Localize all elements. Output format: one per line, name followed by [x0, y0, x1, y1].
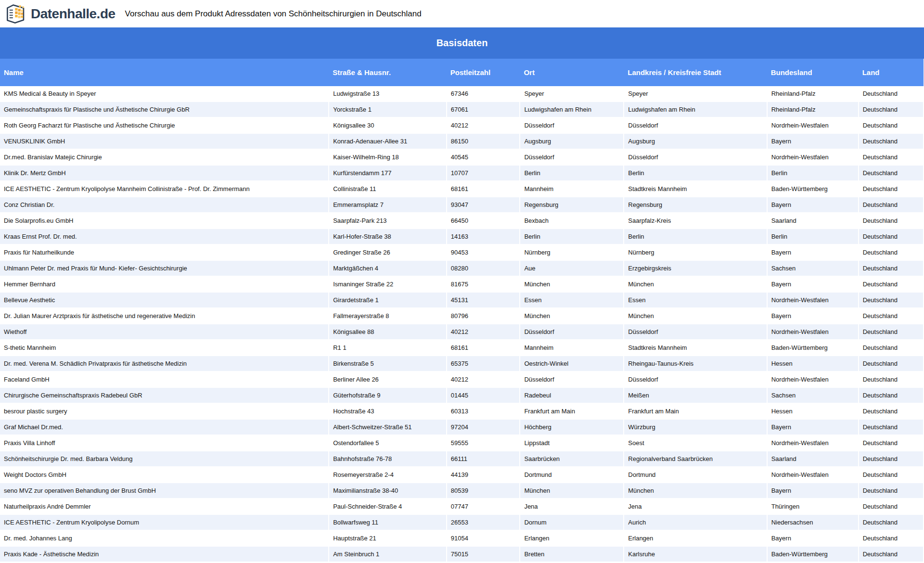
cell: 65375: [447, 356, 520, 371]
cell: Aue: [520, 260, 624, 276]
cell: Regionalverband Saarbrücken: [624, 451, 767, 467]
cell: Girardetstraße 1: [329, 292, 447, 308]
cell: Nürnberg: [520, 244, 624, 260]
cell: Bayern: [767, 308, 859, 324]
cell: Uhlmann Peter Dr. med Praxis für Mund- K…: [0, 260, 329, 276]
cell: 75015: [447, 546, 520, 562]
cell: 40545: [447, 149, 520, 165]
cell: Deutschland: [859, 197, 924, 213]
cell: Bayern: [767, 483, 859, 499]
cell: Deutschland: [859, 133, 924, 149]
cell: 07747: [447, 499, 520, 514]
cell: Dr. Julian Maurer Arztpraxis für ästheti…: [0, 308, 329, 324]
cell: München: [520, 483, 624, 499]
cell: VENUSKLINIK GmbH: [0, 133, 329, 149]
table-row: Kraas Ernst Prof. Dr. med.Karl-Hofer-Str…: [0, 229, 924, 244]
cell: Maximilianstraße 38-40: [329, 483, 447, 499]
table-row: Naturheilpraxis André DemmlerPaul-Schnei…: [0, 499, 924, 514]
table-row: ICE AESTHETIC - Zentrum Kryolipolyse Man…: [0, 181, 924, 197]
cell: R1 1: [329, 340, 447, 356]
page-title: Vorschau aus dem Produkt Adressdaten von…: [125, 9, 422, 19]
cell: 67061: [447, 102, 520, 117]
cell: Baden-Württemberg: [767, 546, 859, 562]
table-row: seno MVZ zur operativen Behandlung der B…: [0, 483, 924, 499]
column-header: Landkreis / Kreisfreie Stadt: [624, 59, 767, 86]
cell: 08280: [447, 260, 520, 276]
table-row: Faceland GmbHBerliner Allee 2640212Düsse…: [0, 371, 924, 387]
cell: Baden-Württemberg: [767, 181, 859, 197]
table-row: S-thetic MannheimR1 168161MannheimStadtk…: [0, 340, 924, 356]
cell: Deutschland: [859, 117, 924, 133]
section-title: Basisdaten: [436, 38, 488, 49]
table-row: VENUSKLINIK GmbHKonrad-Adenauer-Allee 31…: [0, 133, 924, 149]
cell: Klinik Dr. Mertz GmbH: [0, 165, 329, 181]
cell: Berlin: [624, 229, 767, 244]
cell: 44139: [447, 467, 520, 483]
cell: Karl-Hofer-Straße 38: [329, 229, 447, 244]
cell: 80796: [447, 308, 520, 324]
cell: Düsseldorf: [624, 117, 767, 133]
cell: Hochstraße 43: [329, 403, 447, 419]
cell: Mannheim: [520, 340, 624, 356]
table-body: KMS Medical & Beauty in SpeyerLudwigstra…: [0, 86, 924, 562]
cell: Jena: [624, 499, 767, 514]
table-row: Praxis für NaturheilkundeGredinger Straß…: [0, 244, 924, 260]
cell: ICE AESTHETIC - Zentrum Kryolipolyse Man…: [0, 181, 329, 197]
table-row: Dr. med. Johannes LangHauptstraße 219105…: [0, 530, 924, 546]
cell: Nordrhein-Westfalen: [767, 324, 859, 340]
cell: 67346: [447, 86, 520, 102]
cell: Sachsen: [767, 387, 859, 403]
cell: Die Solarprofis.eu GmbH: [0, 213, 329, 229]
cell: Erlangen: [520, 530, 624, 546]
cell: Deutschland: [859, 181, 924, 197]
datenhalle-logo[interactable]: Datenhalle.de: [5, 3, 116, 25]
cell: Deutschland: [859, 324, 924, 340]
cell: Sachsen: [767, 260, 859, 276]
cell: Rheingau-Taunus-Kreis: [624, 356, 767, 371]
cell: München: [624, 308, 767, 324]
cell: Karlsruhe: [624, 546, 767, 562]
cell: Bretten: [520, 546, 624, 562]
cell: 68161: [447, 181, 520, 197]
cell: 90453: [447, 244, 520, 260]
cell: Berliner Allee 26: [329, 371, 447, 387]
cell: Nordrhein-Westfalen: [767, 292, 859, 308]
table-row: ICE AESTHETIC - Zentrum Kryolipolyse Dor…: [0, 514, 924, 530]
cell: 26553: [447, 514, 520, 530]
cell: S-thetic Mannheim: [0, 340, 329, 356]
cell: Deutschland: [859, 387, 924, 403]
cell: 81675: [447, 276, 520, 292]
cell: Birkenstraße 5: [329, 356, 447, 371]
cell: Nordrhein-Westfalen: [767, 467, 859, 483]
cell: Augsburg: [520, 133, 624, 149]
table-row: Bellevue AestheticGirardetstraße 145131E…: [0, 292, 924, 308]
cell: Hessen: [767, 403, 859, 419]
cell: Essen: [520, 292, 624, 308]
cell: München: [624, 483, 767, 499]
table-row: KMS Medical & Beauty in SpeyerLudwigstra…: [0, 86, 924, 102]
cell: Deutschland: [859, 340, 924, 356]
cell: Baden-Württemberg: [767, 340, 859, 356]
cell: 66111: [447, 451, 520, 467]
cell: Bayern: [767, 419, 859, 435]
cell: München: [624, 276, 767, 292]
cell: Weight Doctors GmbH: [0, 467, 329, 483]
cell: 59555: [447, 435, 520, 451]
table-row: Chirurgische Gemeinschaftspraxis Radebeu…: [0, 387, 924, 403]
cell: besrour plastic surgery: [0, 403, 329, 419]
cell: Stadtkreis Mannheim: [624, 340, 767, 356]
datenhalle-logo-icon: [5, 3, 27, 25]
cell: Würzburg: [624, 419, 767, 435]
cell: Stadtkreis Mannheim: [624, 181, 767, 197]
cell: Höchberg: [520, 419, 624, 435]
column-header: Land: [859, 59, 924, 86]
cell: Ostendorfallee 5: [329, 435, 447, 451]
cell: Saarbrücken: [520, 451, 624, 467]
cell: Regensburg: [624, 197, 767, 213]
cell: Ludwigshafen am Rhein: [624, 102, 767, 117]
cell: Dr. med. Verena M. Schädlich Privatpraxi…: [0, 356, 329, 371]
cell: München: [520, 276, 624, 292]
cell: Königsallee 88: [329, 324, 447, 340]
column-header: Straße & Hausnr.: [329, 59, 447, 86]
cell: Deutschland: [859, 499, 924, 514]
